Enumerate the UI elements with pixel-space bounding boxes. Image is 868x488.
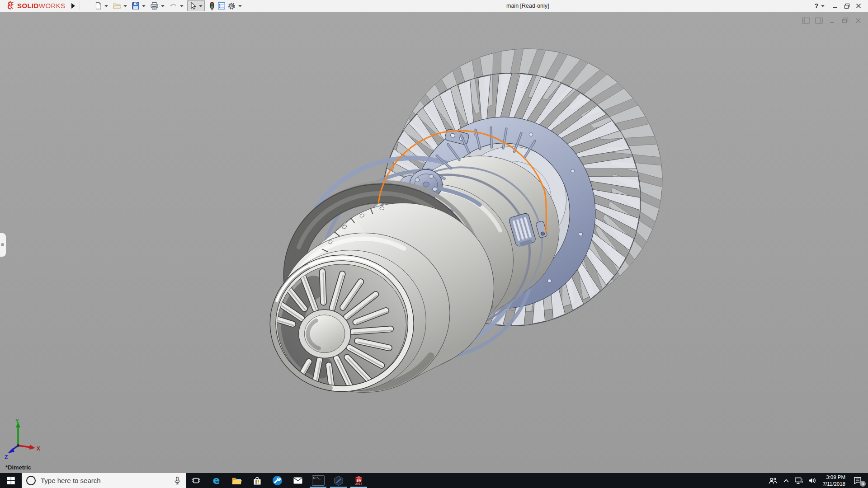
taskbar-search[interactable]	[22, 473, 186, 488]
save-button[interactable]	[131, 0, 141, 11]
pane-right-icon	[815, 17, 823, 24]
rebuild-traffic-light-icon	[208, 2, 216, 10]
save-floppy-icon	[132, 2, 140, 10]
speaker-icon	[808, 477, 816, 484]
new-dropdown-arrow[interactable]	[104, 5, 108, 7]
volume-button[interactable]	[806, 473, 819, 488]
help-dropdown-arrow[interactable]	[821, 5, 825, 7]
taskbar-app-store[interactable]	[247, 473, 267, 488]
select-tool-group	[187, 0, 205, 11]
taskbar-app-command-prompt[interactable]: C:\_	[308, 473, 328, 488]
cortana-icon	[26, 476, 36, 485]
clock[interactable]: 3:09 PM 7/11/2018	[819, 473, 849, 488]
microphone-icon[interactable]	[173, 476, 181, 485]
action-center-button[interactable]: 3	[849, 473, 866, 488]
people-button[interactable]	[766, 473, 780, 488]
help-glyph: ?	[815, 2, 819, 9]
clock-time: 3:09 PM	[826, 474, 845, 480]
microsoft-store-icon	[252, 476, 262, 485]
file-properties-icon	[217, 2, 226, 10]
doc-restore-button[interactable]	[840, 16, 849, 24]
options-dropdown-arrow[interactable]	[238, 5, 242, 7]
doc-restore-icon	[842, 17, 849, 23]
select-cursor-icon	[189, 2, 197, 10]
open-dropdown-arrow[interactable]	[123, 5, 127, 7]
ethernet-icon	[794, 477, 803, 484]
save-dropdown-arrow[interactable]	[142, 5, 146, 7]
search-input[interactable]	[40, 476, 169, 485]
taskbar-app-mail[interactable]	[288, 473, 308, 488]
windows-logo-icon	[7, 477, 15, 484]
taskbar-app-support-tool[interactable]	[267, 473, 288, 488]
doc-minimize-icon	[829, 18, 835, 23]
print-button[interactable]	[149, 0, 160, 11]
pane-left-button[interactable]	[801, 16, 810, 24]
brand-light: WORKS	[39, 2, 66, 9]
options-gear-icon	[227, 2, 236, 10]
taskbar-app-solidworks[interactable]: SW 2017	[349, 473, 369, 488]
undo-dropdown-arrow[interactable]	[180, 5, 184, 7]
task-view-button[interactable]	[186, 473, 206, 488]
view-orientation-label: *Dimetric	[5, 464, 31, 471]
close-icon	[856, 3, 861, 9]
doc-close-icon	[855, 18, 861, 23]
desktop: SOLIDWORKS	[0, 0, 868, 488]
feature-pane-tab[interactable]	[0, 233, 6, 257]
solidworks-swirl-icon	[5, 1, 15, 10]
mail-icon	[293, 477, 303, 484]
undo-arrow-icon	[169, 2, 178, 10]
command-prompt-label: C:\_	[313, 477, 321, 480]
close-button[interactable]	[853, 0, 864, 11]
standard-toolbar	[93, 0, 245, 12]
doc-close-button[interactable]	[854, 16, 863, 24]
open-button[interactable]	[112, 0, 122, 11]
hexagon-app-icon	[333, 475, 344, 486]
pane-right-button[interactable]	[814, 16, 823, 24]
taskbar-app-edge[interactable]: e	[206, 473, 226, 488]
taskbar-app-file-explorer[interactable]	[226, 473, 247, 488]
open-folder-icon	[113, 2, 121, 10]
restore-button[interactable]	[841, 0, 853, 11]
reference-triad[interactable]: Y X Z	[1, 418, 46, 462]
windows-taskbar: e	[0, 473, 868, 488]
document-window-controls	[801, 16, 863, 24]
solidworks-year-label: 2017	[355, 483, 363, 486]
rebuild-button[interactable]	[208, 0, 217, 11]
minimize-button[interactable]	[829, 0, 841, 11]
print-icon	[150, 2, 159, 10]
model-jet-engine[interactable]	[0, 12, 868, 473]
select-tool-button[interactable]	[189, 0, 197, 11]
pane-tab-dot-icon	[1, 243, 4, 246]
solidworks-cube-label: SW	[356, 479, 361, 482]
restore-icon	[844, 3, 850, 9]
start-button[interactable]	[0, 473, 22, 488]
doc-minimize-button[interactable]	[827, 16, 836, 24]
print-dropdown-arrow[interactable]	[161, 5, 165, 7]
solidworks-logo: SOLIDWORKS	[5, 1, 66, 10]
show-hidden-icons-button[interactable]	[780, 473, 792, 488]
menu-expand-arrow[interactable]	[71, 3, 75, 9]
people-icon	[768, 477, 778, 485]
window-controls: ?	[812, 0, 864, 12]
new-document-button[interactable]	[93, 0, 103, 11]
options-button[interactable]	[226, 0, 237, 11]
chevron-up-icon	[783, 479, 789, 483]
network-button[interactable]	[792, 473, 806, 488]
file-explorer-icon	[231, 476, 242, 485]
system-tray: 3:09 PM 7/11/2018 3	[766, 473, 868, 488]
command-prompt-icon: C:\_	[312, 475, 325, 486]
file-properties-button[interactable]	[217, 0, 226, 11]
taskbar-app-hexagon[interactable]	[328, 473, 349, 488]
toolbar-separator	[80, 1, 80, 10]
undo-button[interactable]	[168, 0, 179, 11]
triad-z-label: Z	[5, 454, 8, 460]
help-button[interactable]: ?	[812, 0, 821, 11]
graphics-viewport[interactable]: Y X Z *Dimetric	[0, 12, 868, 473]
brand-bold: SOLID	[17, 2, 39, 9]
new-document-icon	[94, 2, 102, 10]
document-title: main [Read-only]	[506, 3, 549, 9]
pane-left-icon	[802, 17, 810, 24]
select-dropdown-arrow[interactable]	[199, 5, 203, 7]
edge-icon: e	[213, 475, 220, 486]
clock-date: 7/11/2018	[823, 481, 845, 487]
